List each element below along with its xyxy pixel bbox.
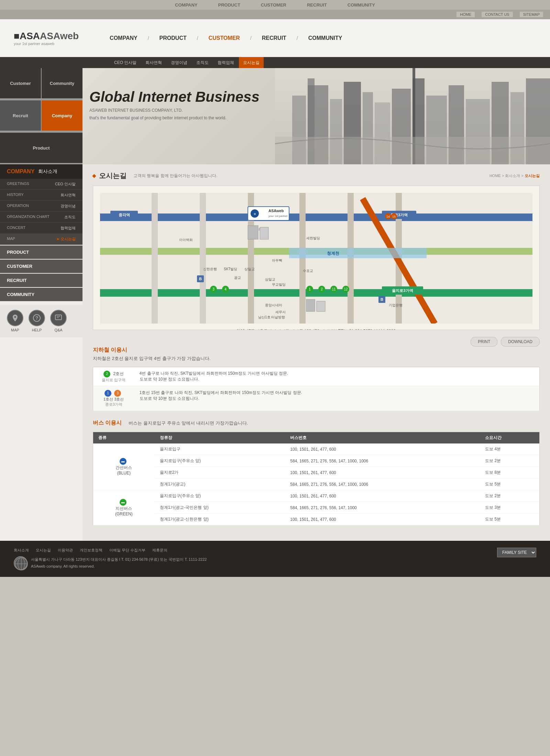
- svg-text:11: 11: [332, 287, 336, 291]
- sidebar-help-icon-item[interactable]: ? HELP: [29, 310, 45, 332]
- svg-rect-25: [200, 193, 206, 324]
- footer-address: 서울특별시 가나구 다라동 123번지 대표이사 종길동 I T. 01) 23…: [31, 556, 207, 563]
- subway-table: 2 2호선 을지로 입구역 4번 출구로 나와 직진, SKT빌딩에서 좌회전하…: [93, 367, 540, 411]
- page-title-area: 오시는길 고객의 행복을 함께 만들어가는 아사웹입니다.: [93, 171, 218, 180]
- table-row: 1 3 1호선 3호선 종로3가역 1호선 15번 출구로 나와 직진, SKT…: [93, 386, 540, 411]
- bus-stop-3: 을지로2가: [155, 467, 285, 479]
- bus-green-stop-2: 청계1가(광교-국민은행 앞): [155, 502, 285, 514]
- footer-link-map[interactable]: 오시는길: [36, 548, 51, 553]
- shadow-nav-bar: COMPANY PRODUCT CUSTOMER RECRUIT COMMUNI…: [0, 0, 550, 10]
- svg-rect-79: [248, 226, 258, 239]
- svg-text:?: ?: [35, 315, 38, 321]
- line1-badge: 1: [104, 390, 111, 397]
- sidebar-section-product[interactable]: PRODUCT: [0, 245, 82, 259]
- content-wrapper: COMPANY 회사소개 GREETINGS CEO 인사말 HISTORY 회…: [0, 164, 550, 541]
- sub-nav-greetings[interactable]: CEO 인사말: [110, 57, 141, 68]
- subway-row-1-type: 2 2호선 을지로 입구역: [93, 367, 134, 386]
- sub-nav-concert[interactable]: 협력업체: [213, 57, 238, 68]
- sub-nav: CEO 인사말 회사연혁 경영이념 조직도 협력업체 오시는길: [0, 57, 550, 68]
- table-row: ▬ 간선버스 (BLUE) 을지로입구 100, 1501, 261, 477,…: [93, 443, 540, 455]
- top-link-sitemap[interactable]: SITEMAP: [520, 12, 543, 17]
- svg-text:2: 2: [321, 287, 323, 291]
- sidebar-menu-org[interactable]: ORGANIZATION CHART 조직도: [0, 212, 82, 223]
- sidebar-section-recruit[interactable]: RECRUIT: [0, 274, 82, 287]
- bus-green-number-3: 100, 1501, 261, 477, 600: [285, 514, 480, 525]
- bus-green-badge: ▬: [120, 499, 126, 506]
- sidebar-icons: MAP ? HELP Q&A: [0, 305, 82, 337]
- shadow-nav-customer: CUSTOMER: [261, 2, 286, 8]
- table-row: ▬ 지선버스 (GREEN) 을지로입구(주유소 앞) 100, 1501, 2…: [93, 490, 540, 502]
- family-site-select[interactable]: FAMILY SITE: [497, 548, 536, 557]
- logo-area: ■ASAASAweb your 1st partner asaweb: [14, 31, 79, 46]
- nav-product[interactable]: PRODUCT: [149, 35, 197, 41]
- page-title-icon: [92, 174, 96, 178]
- nav-company[interactable]: COMPANY: [99, 35, 148, 41]
- hero-subtitle: ASAWEB INTERNET BUSINESS COMPANY, LTD.: [89, 108, 260, 113]
- subway-row-2-type: 1 3 1호선 3호선 종로3가역: [93, 386, 134, 411]
- footer: 회사소개 오시는길 이용약관 개인보호정책 이메일 무단 수집거부 제휴문의 서…: [0, 541, 550, 577]
- sidebar-menu-operation[interactable]: OPERATION 경영이념: [0, 201, 82, 212]
- sidebar-menu-concert[interactable]: CONCERT 협력업체: [0, 223, 82, 234]
- footer-link-partner[interactable]: 제휴문의: [152, 548, 167, 553]
- map-svg: 청계천 종각역 종로3가역 을지로3가역 3 4 1 2 11: [100, 193, 532, 324]
- sidebar-menu-map[interactable]: MAP ➤ 오시는길: [0, 234, 82, 245]
- sidebar-menu-greetings[interactable]: GREETINGS CEO 인사말: [0, 179, 82, 190]
- svg-text:종각역: 종각역: [119, 213, 130, 217]
- shadow-nav-company: COMPANY: [175, 2, 197, 8]
- tile-product[interactable]: Product: [0, 133, 82, 163]
- sub-nav-org[interactable]: 조직도: [192, 57, 213, 68]
- main-content: 오시는길 고객의 행복을 함께 만들어가는 아사웹입니다. HOME > 회사소…: [82, 164, 550, 541]
- sub-nav-map[interactable]: 오시는길: [239, 57, 264, 68]
- top-link-home[interactable]: HOME: [456, 12, 475, 17]
- page-title: 오시는길: [99, 171, 126, 180]
- svg-rect-19: [55, 315, 62, 320]
- svg-rect-21: [100, 213, 532, 221]
- sub-nav-history[interactable]: 회사연혁: [141, 57, 166, 68]
- tile-customer[interactable]: Customer: [0, 68, 41, 98]
- svg-rect-31: [289, 248, 427, 258]
- hero-banner: Customer Community Recruit Company Produ…: [0, 68, 550, 164]
- tile-company[interactable]: Company: [42, 100, 82, 131]
- print-button[interactable]: PRINT: [471, 337, 497, 347]
- nav-community[interactable]: COMMUNITY: [298, 35, 353, 41]
- subway-subtitle: 지하철은 2호선 을지로 입구역 4번 출구가 가장 가깝습니다.: [93, 355, 540, 362]
- bus-number-2: 584, 1665, 271, 276, 556, 147, 1000, 100…: [285, 455, 480, 467]
- download-button[interactable]: DOWNLOAD: [501, 337, 540, 347]
- bus-stop-2: 을지로입구(주유소 앞): [155, 455, 285, 467]
- footer-link-privacy[interactable]: 개인보호정책: [80, 548, 102, 553]
- bus-stop-1: 을지로입구: [155, 443, 285, 455]
- svg-text:B: B: [381, 297, 383, 302]
- bus-green-number-1: 100, 1501, 261, 477, 600: [285, 490, 480, 502]
- nav-customer[interactable]: CUSTOMER: [198, 35, 250, 41]
- sidebar-company-label: COMPANY: [7, 168, 35, 175]
- bus-time-4: 도보 5분: [480, 479, 539, 490]
- hero-desc: that's the fundamental goal of providing…: [89, 116, 260, 120]
- bus-stop-4: 청계1가(광교): [155, 479, 285, 490]
- footer-link-terms[interactable]: 이용약관: [58, 548, 73, 553]
- top-link-contact[interactable]: CONTACT US: [482, 12, 513, 17]
- svg-text:신한은행: 신한은행: [203, 267, 217, 271]
- sidebar-section-community[interactable]: COMMUNITY: [0, 288, 82, 301]
- line3-badge: 3: [114, 390, 121, 397]
- sub-nav-operation[interactable]: 경영이념: [167, 57, 191, 68]
- sidebar-menu-history[interactable]: HISTORY 회사연혁: [0, 190, 82, 201]
- table-row: 청계1가(광교) 584, 1665, 271, 276, 556, 147, …: [93, 479, 540, 490]
- footer-link-about[interactable]: 회사소개: [14, 548, 29, 553]
- nav-recruit[interactable]: RECRUIT: [252, 35, 297, 41]
- bus-green-number-2: 584, 1665, 271, 276, 556, 147, 1000: [285, 502, 480, 514]
- sidebar-map-icon-item[interactable]: MAP: [7, 310, 23, 332]
- hero-skyline: [275, 68, 550, 164]
- svg-text:12: 12: [344, 287, 348, 291]
- sidebar-menu: GREETINGS CEO 인사말 HISTORY 회사연혁 OPERATION…: [0, 179, 82, 245]
- tile-community[interactable]: Community: [42, 68, 82, 98]
- footer-links: 회사소개 오시는길 이용약관 개인보호정책 이메일 무단 수집거부 제휴문의: [14, 548, 207, 553]
- bus-table-header: 종류 정류장 버스번호 소요시간: [93, 432, 540, 444]
- line2-badge: 2: [103, 371, 110, 377]
- sidebar-section-customer[interactable]: CUSTOMER: [0, 260, 82, 273]
- svg-text:세한빌딩: 세한빌딩: [306, 236, 320, 240]
- tile-recruit[interactable]: Recruit: [0, 100, 41, 131]
- table-row: 을지로입구(주유소 앞) 584, 1665, 271, 276, 556, 1…: [93, 455, 540, 467]
- sidebar-qa-icon-item[interactable]: Q&A: [50, 310, 67, 332]
- subway-row-2-desc: 1호선 15번 출구로 나와 직진, SKT빌딩에서 좌회전하여 150m정도 …: [134, 386, 540, 411]
- footer-link-nospam[interactable]: 이메일 무단 수집거부: [109, 548, 145, 553]
